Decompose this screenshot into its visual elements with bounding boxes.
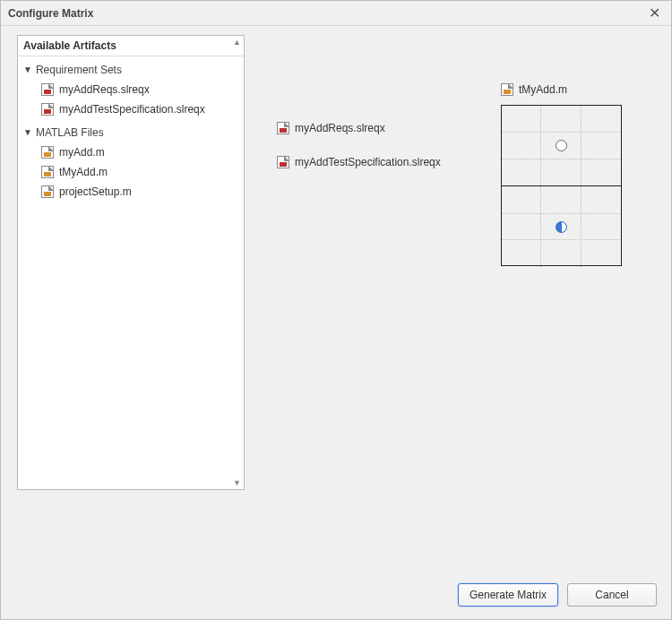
generate-matrix-button[interactable]: Generate Matrix xyxy=(458,583,558,607)
matrix-cell[interactable] xyxy=(582,186,621,267)
matrix-cell[interactable] xyxy=(582,106,621,185)
matrix-row-header[interactable]: myAddReqs.slreqx xyxy=(277,119,441,137)
panel-header: Available Artifacts ▲ xyxy=(18,36,244,56)
m-file-icon xyxy=(41,146,54,159)
matrix-grid xyxy=(501,105,622,266)
tree-group-label: Requirement Sets xyxy=(36,64,122,76)
matrix-preview: tMyAdd.m myAddReqs.slreqx myAddTestSpeci… xyxy=(270,35,659,574)
slreqx-file-icon xyxy=(277,122,289,134)
slreqx-file-icon xyxy=(41,83,54,96)
row-header-label: myAddTestSpecification.slreqx xyxy=(295,156,441,168)
scroll-up-icon[interactable]: ▲ xyxy=(233,38,241,47)
tree-group-label: MATLAB Files xyxy=(36,126,104,139)
matrix-row-headers: myAddReqs.slreqx myAddTestSpecification.… xyxy=(277,119,441,187)
tree-item[interactable]: tMyAdd.m xyxy=(18,162,244,182)
close-icon[interactable]: ✕ xyxy=(645,4,664,22)
tree-item[interactable]: myAddTestSpecification.slreqx xyxy=(18,99,244,119)
panel-header-label: Available Artifacts xyxy=(23,39,116,52)
matrix-grid-row xyxy=(502,186,621,267)
tree-item-label: tMyAdd.m xyxy=(59,166,108,178)
cancel-button[interactable]: Cancel xyxy=(567,583,657,607)
tree-group-matlab-files: ▼ MATLAB Files myAdd.m tMyAdd.m projectS… xyxy=(18,121,244,203)
tree-item-label: myAdd.m xyxy=(59,146,105,159)
chevron-down-icon: ▼ xyxy=(23,128,32,137)
link-half-icon xyxy=(556,221,567,233)
tree-item-label: myAddTestSpecification.slreqx xyxy=(59,103,205,116)
tree-item-label: projectSetup.m xyxy=(59,185,132,198)
matrix-cell[interactable] xyxy=(541,186,581,267)
chevron-down-icon: ▼ xyxy=(23,65,32,74)
configure-matrix-dialog: Configure Matrix ✕ Available Artifacts ▲… xyxy=(0,0,672,620)
m-file-icon xyxy=(41,166,54,178)
dialog-content: Available Artifacts ▲ ▼ Requirement Sets… xyxy=(1,26,671,574)
tree-item-label: myAddReqs.slreqx xyxy=(59,83,150,96)
tree-item[interactable]: projectSetup.m xyxy=(18,182,244,202)
link-empty-icon xyxy=(556,140,567,151)
scroll-down-icon[interactable]: ▼ xyxy=(233,478,241,487)
matrix-column-header[interactable]: tMyAdd.m xyxy=(501,83,567,96)
tree-group-header[interactable]: ▼ MATLAB Files xyxy=(18,125,244,142)
matrix-cell[interactable] xyxy=(502,186,541,267)
tree-item[interactable]: myAdd.m xyxy=(18,142,244,162)
matrix-row-header[interactable]: myAddTestSpecification.slreqx xyxy=(277,153,441,171)
column-header-label: tMyAdd.m xyxy=(519,83,567,96)
available-artifacts-panel: Available Artifacts ▲ ▼ Requirement Sets… xyxy=(17,35,245,490)
tree-item[interactable]: myAddReqs.slreqx xyxy=(18,80,244,99)
matrix-cell[interactable] xyxy=(502,106,541,185)
tree-group-requirement-sets: ▼ Requirement Sets myAddReqs.slreqx myAd… xyxy=(18,58,244,121)
titlebar: Configure Matrix ✕ xyxy=(1,1,671,26)
artifact-tree: ▼ Requirement Sets myAddReqs.slreqx myAd… xyxy=(18,56,244,489)
slreqx-file-icon xyxy=(277,156,289,168)
m-file-icon xyxy=(41,185,54,198)
dialog-title: Configure Matrix xyxy=(8,7,93,20)
matrix-grid-row xyxy=(502,106,621,186)
row-header-label: myAddReqs.slreqx xyxy=(295,122,385,134)
button-bar: Generate Matrix Cancel xyxy=(1,574,671,619)
slreqx-file-icon xyxy=(41,103,54,116)
matrix-cell[interactable] xyxy=(541,106,581,185)
m-file-icon xyxy=(501,83,513,96)
tree-group-header[interactable]: ▼ Requirement Sets xyxy=(18,62,244,80)
